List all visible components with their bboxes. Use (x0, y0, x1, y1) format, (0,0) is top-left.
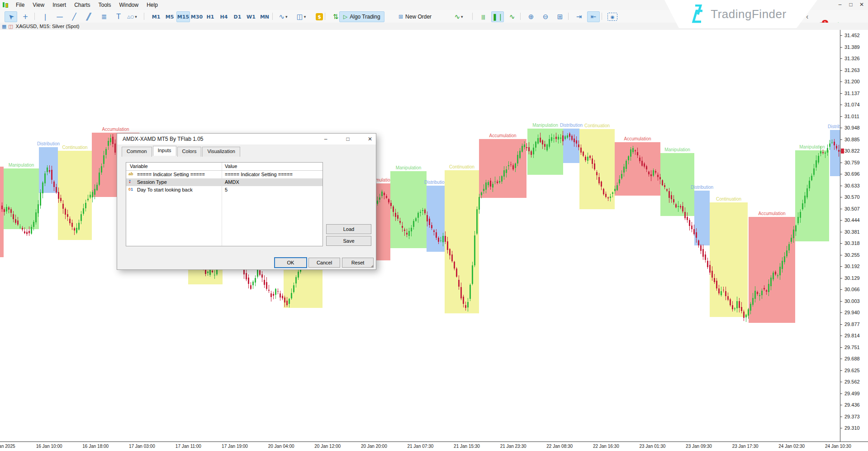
load-button[interactable]: Load (326, 224, 371, 234)
session-label: Accumulation (624, 136, 651, 141)
value-cell[interactable]: AMDX (225, 179, 239, 185)
session-label: Accumulation (758, 211, 785, 216)
session-label: Continuation (716, 197, 741, 202)
cancel-button[interactable]: Cancel (308, 258, 340, 268)
cursor-icon[interactable]: ➤ (5, 11, 17, 22)
price-label: 31.452 (844, 33, 860, 38)
shift-end-icon[interactable]: ⇥ (573, 11, 585, 22)
timeframe-h4[interactable]: H4 (217, 11, 231, 22)
price-label: 30.381 (844, 229, 860, 235)
indicator-settings-dialog[interactable]: AMDX-XAMD MT5 By TFlab 1.05 – □ ✕ Common… (117, 133, 376, 270)
session-label: Manipulation (532, 123, 558, 128)
horizontal-line-icon[interactable]: — (53, 11, 66, 22)
menu-charts[interactable]: Charts (70, 0, 94, 10)
table-row[interactable]: ▲▼Session TypeAMDX (126, 178, 323, 186)
time-label: 21 Jan 07:30 (395, 444, 445, 449)
time-label: 17 Jan 19:00 (210, 444, 260, 449)
algo-trading-button[interactable]: ▷ Algo Trading (339, 11, 384, 22)
time-label: 20 Jan 04:00 (256, 444, 306, 449)
zoom-in-icon[interactable]: ⊕ (525, 11, 537, 22)
table-row[interactable]: 01Day To start looking back5 (126, 186, 323, 194)
dialog-tab-colors[interactable]: Colors (177, 147, 202, 157)
resize-grip[interactable]: ◢ (370, 264, 375, 269)
candles-chart-icon[interactable]: ❚❘ (491, 11, 504, 22)
new-order-button[interactable]: ⊞ New Order (394, 11, 436, 22)
channel-icon[interactable]: ╱╱ (82, 11, 95, 22)
dialog-close-icon[interactable]: ✕ (363, 134, 377, 144)
line-chart-type-icon[interactable]: ∿▾ (277, 11, 289, 22)
dialog-maximize-icon[interactable]: □ (341, 134, 355, 144)
reset-button[interactable]: Reset (342, 258, 374, 268)
menu-window[interactable]: Window (115, 0, 143, 10)
plus-box-icon: ⊞ (398, 14, 403, 20)
price-label: 31.200 (844, 79, 860, 84)
close-button[interactable]: ✕ (856, 0, 867, 9)
menu-help[interactable]: Help (142, 0, 162, 10)
time-label: 16 Jan 18:00 (71, 444, 120, 449)
tile-windows-icon[interactable]: ⊞ (554, 11, 566, 22)
timeframe-h1[interactable]: H1 (204, 11, 217, 22)
line-mode-icon[interactable]: ∿ (506, 11, 518, 22)
session-label: Distribution (37, 141, 60, 146)
bars-chart-icon[interactable]: ||| (477, 11, 489, 22)
inputs-table[interactable]: VariableValueab===== Indicator Setting =… (126, 162, 323, 246)
dialog-tab-visualization[interactable]: Visualization (202, 147, 240, 157)
toolbar-separator (325, 13, 325, 20)
time-label: 22 Jan 08:30 (535, 444, 584, 449)
dialog-tab-inputs[interactable]: Inputs (153, 146, 176, 156)
auto-scroll-icon[interactable]: ⇤ (587, 11, 600, 22)
session-label: Manipulation (9, 163, 34, 168)
menu-insert[interactable]: Insert (48, 0, 70, 10)
table-header-row: VariableValue (126, 163, 323, 171)
text-tool-icon[interactable]: T (112, 11, 125, 22)
price-axis[interactable]: 31.45231.38931.32631.26331.20031.13731.0… (840, 30, 868, 441)
equidistant-lines-icon[interactable]: ≣ (98, 11, 110, 22)
time-label: 17 Jan 03:00 (117, 444, 167, 449)
value-cell[interactable]: ===== Indicator Setting ===== (225, 172, 293, 177)
indicator-window-icon[interactable]: ◫▾ (295, 11, 308, 22)
variable-cell: Session Type (137, 179, 167, 185)
time-label: 23 Jan 01:30 (627, 444, 677, 449)
timeframe-mn[interactable]: MN (258, 11, 271, 22)
timeframe-w1[interactable]: W1 (244, 11, 258, 22)
session-label: Accumulation (102, 127, 129, 132)
shapes-icon[interactable]: △○▾ (126, 11, 138, 22)
vertical-line-icon[interactable]: ❘ (39, 11, 52, 22)
ok-button[interactable]: OK (274, 257, 307, 268)
time-axis[interactable]: 16 Jan 202516 Jan 10:0016 Jan 18:0017 Ja… (0, 441, 868, 451)
session-label: Continuation (584, 123, 610, 128)
price-label: 29.436 (844, 402, 860, 408)
tradingfinder-logo-icon (689, 5, 706, 24)
timeframe-m15[interactable]: M15 (176, 11, 190, 22)
value-cell[interactable]: 5 (225, 187, 228, 192)
menu-tools[interactable]: Tools (95, 0, 115, 10)
currency-icon[interactable]: $ (313, 11, 326, 22)
dialog-title-bar[interactable]: AMDX-XAMD MT5 By TFlab 1.05 – □ ✕ (117, 134, 376, 144)
camera-icon[interactable]: ◉ (606, 11, 619, 22)
price-label: 30.066 (844, 287, 860, 292)
price-label: 30.255 (844, 252, 860, 258)
time-label: 21 Jan 15:30 (442, 444, 492, 449)
timeframe-d1[interactable]: D1 (231, 11, 244, 22)
restore-button[interactable]: □ (845, 0, 856, 9)
menu-file[interactable]: File (12, 0, 28, 10)
time-label: 24 Jan 02:30 (767, 444, 816, 449)
dialog-minimize-icon[interactable]: – (319, 134, 332, 144)
zoom-out-icon[interactable]: ⊖ (539, 11, 552, 22)
trendline-icon[interactable]: ╱ (68, 11, 81, 22)
session-box-manipulation (527, 129, 563, 175)
menu-view[interactable]: View (28, 0, 48, 10)
crosshair-icon[interactable]: + (19, 11, 32, 22)
timeframe-m30[interactable]: M30 (190, 11, 204, 22)
session-box-continuation (710, 202, 748, 317)
value-cell[interactable]: Value (225, 163, 237, 169)
save-button[interactable]: Save (326, 236, 371, 246)
timeframe-m5[interactable]: M5 (163, 11, 176, 22)
price-label: 29.499 (844, 391, 860, 396)
bid-price-marker (841, 149, 844, 154)
indicator-add-icon[interactable]: ∿▾ (452, 11, 465, 22)
dialog-tab-common[interactable]: Common (122, 147, 152, 157)
timeframe-m1[interactable]: M1 (149, 11, 163, 22)
table-row[interactable]: ab===== Indicator Setting ========== Ind… (126, 171, 323, 178)
minimize-button[interactable]: – (835, 0, 845, 9)
